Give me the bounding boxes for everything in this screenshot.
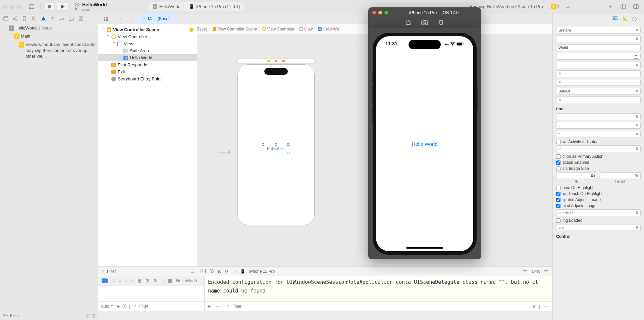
close-window-button[interactable]	[3, 5, 7, 9]
screenshot-button[interactable]	[421, 20, 428, 26]
breakpoint-navigator-icon[interactable]	[68, 16, 74, 22]
action-enabled-check[interactable]: action Enabled	[556, 160, 641, 165]
step-into-button[interactable]: ↓	[125, 278, 127, 283]
zoom-in-button[interactable]	[544, 268, 549, 274]
project-row[interactable]: › A HelloWorld 1 issue	[0, 24, 98, 32]
reverses-check[interactable]: rses On Highlight	[556, 185, 641, 190]
project-navigator-icon[interactable]	[3, 16, 9, 22]
find-navigator-icon[interactable]	[31, 16, 37, 22]
quicklook-button[interactable]: ◉	[116, 304, 120, 309]
touch-highlight-check[interactable]: ws Touch On Highlight	[556, 191, 641, 196]
home-indicator[interactable]	[406, 247, 443, 249]
phone-screen[interactable]: 11:31 ••• Hello World	[376, 36, 473, 251]
selected-button-element[interactable]: Hello World	[263, 145, 288, 153]
viewcontroller-row[interactable]: › View Controller	[98, 33, 197, 40]
outline-toggle-icon[interactable]: ☰	[191, 269, 195, 274]
rotate-button[interactable]	[438, 19, 444, 26]
volume-down-button[interactable]	[372, 86, 373, 103]
navigator-filter-input[interactable]	[10, 313, 84, 318]
console-mode-button[interactable]: ▭▭	[213, 304, 221, 309]
disabled-img-check[interactable]: bled Adjusts Image	[556, 203, 641, 208]
pause-button[interactable]: ‖	[112, 278, 115, 283]
view-debug-button[interactable]: ▦	[138, 278, 142, 283]
nav-forward-button[interactable]: ›	[127, 15, 136, 23]
sim-close-button[interactable]	[372, 11, 376, 14]
activity-indicator-check[interactable]: ws Activity Indicator	[556, 139, 641, 144]
adjusts-image-check[interactable]: sts Image Size	[556, 166, 641, 171]
simulator-titlebar[interactable]: iPhone 15 Pro – iOS 17.0	[368, 7, 481, 17]
memory-graph-button[interactable]: ⊞	[146, 278, 149, 283]
issue-row[interactable]: ! Views without any layout constraints m…	[0, 40, 98, 61]
accessibility-icon[interactable]: ⓘ	[210, 268, 214, 274]
console-output[interactable]: Encoded configuration for UIWindowSceneS…	[205, 276, 552, 301]
variables-filter-input[interactable]	[139, 304, 202, 309]
device-name-label[interactable]: iPhone 15 Pro	[249, 269, 275, 274]
nav-back-button[interactable]: ‹	[116, 15, 125, 23]
step-over-button[interactable]: ⤵	[119, 278, 121, 283]
run-button[interactable]	[57, 3, 69, 11]
automatic-selector[interactable]: atic⇅	[556, 224, 641, 231]
toggle-navigator-button[interactable]	[27, 3, 36, 11]
source-control-branch[interactable]: HelloWorld main	[74, 2, 107, 11]
button-row[interactable]: B Hello World	[98, 54, 197, 61]
highlighted-img-check[interactable]: lighted Adjusts Image	[556, 197, 641, 202]
config-field-1[interactable]: t⇅	[556, 113, 641, 120]
entry-point-row[interactable]: → Storyboard Entry Point	[98, 75, 197, 82]
device-icon[interactable]: 📱	[240, 269, 245, 274]
zoom-out-button[interactable]	[523, 268, 528, 274]
filter-scope-icon[interactable]: ⚞▾	[3, 313, 8, 318]
appearance-icon[interactable]: ◐	[218, 269, 221, 274]
add-editor-button[interactable]: +	[606, 3, 615, 11]
orientation-icon[interactable]: ⟳	[225, 269, 228, 274]
variables-list[interactable]	[98, 285, 204, 301]
stop-button[interactable]	[45, 3, 54, 11]
image-field[interactable]: ⇅	[556, 79, 641, 86]
sim-zoom-button[interactable]	[384, 11, 388, 14]
title-field[interactable]: World	[556, 44, 641, 51]
style-selector[interactable]: ⇅	[556, 36, 641, 42]
exit-row[interactable]: E Exit	[98, 68, 197, 75]
font-field[interactable]: T	[556, 53, 641, 60]
environment-button[interactable]: ⚙	[153, 278, 157, 283]
editor-layout-button[interactable]	[619, 3, 628, 11]
info-button[interactable]: ⓘ	[122, 303, 126, 309]
height-field[interactable]: 0 ⇅	[600, 172, 641, 179]
breakpoint-toggle-button[interactable]	[102, 278, 108, 283]
document-outline-toggle[interactable]	[201, 269, 206, 274]
al-field[interactable]: al⇅	[556, 145, 641, 152]
power-button[interactable]	[477, 86, 478, 110]
scene-row[interactable]: › ▦ View Controller Scene	[98, 26, 197, 33]
console-pane-toggle[interactable]: | ▭ ▭	[539, 304, 550, 309]
size-inspector-tab[interactable]: 📐	[623, 16, 628, 21]
volume-up-button[interactable]	[372, 73, 373, 83]
layout-icon[interactable]: ▭	[232, 269, 236, 274]
minimize-window-button[interactable]	[10, 5, 14, 9]
bookmark-navigator-icon[interactable]	[21, 16, 28, 22]
config-field-3[interactable]: t⇅	[556, 131, 641, 137]
sim-minimize-button[interactable]	[378, 11, 382, 14]
toggle-inspector-button[interactable]	[631, 3, 641, 11]
placement-field[interactable]: ⇅	[556, 97, 641, 103]
primary-action-check[interactable]: ction as Primary Action	[556, 154, 641, 159]
view-row[interactable]: › View	[98, 40, 197, 47]
line-break-selector[interactable]: ate Middle⇅	[556, 209, 641, 216]
scheme-selector[interactable]: A HelloWorld 〉 📱 iPhone 15 Pro (17.0.1)	[149, 2, 244, 11]
width-field[interactable]: 0 ⇅	[556, 172, 597, 179]
outline-filter-input[interactable]	[107, 269, 189, 274]
zoom-level[interactable]: 54%	[532, 269, 540, 274]
console-filter-input[interactable]	[232, 304, 526, 309]
type-selector[interactable]: System⇅	[556, 27, 641, 34]
close-tab-button[interactable]: ✕	[142, 16, 146, 21]
home-button[interactable]	[405, 19, 411, 26]
recent-filter-icon[interactable]: ◷	[86, 313, 90, 318]
trash-button[interactable]: 🗑	[532, 304, 536, 309]
scm-filter-icon[interactable]: ▧	[92, 313, 96, 318]
cloud-status-button[interactable]: ☁	[563, 3, 572, 11]
related-items-button[interactable]	[101, 15, 110, 23]
test-navigator-icon[interactable]	[50, 16, 56, 22]
editor-tab[interactable]: ✕ Main (Base)	[138, 13, 174, 24]
console-clear-button[interactable]: ◉	[207, 304, 211, 309]
safearea-row[interactable]: Safe Area	[98, 47, 197, 54]
issue-navigator-icon[interactable]	[40, 16, 46, 22]
connections-inspector-tab[interactable]: ◯→	[632, 16, 641, 21]
